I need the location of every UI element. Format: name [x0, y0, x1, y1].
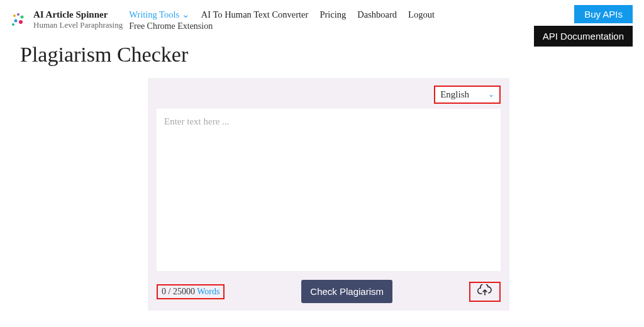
tool-container: English ⌄ 0 / 25000 Words Check Plagiari…: [148, 78, 509, 311]
svg-point-0: [13, 14, 16, 17]
nav-ai-to-human[interactable]: AI To Human Text Converter: [201, 9, 309, 20]
svg-point-4: [14, 19, 18, 23]
buy-apis-button[interactable]: Buy APIs: [574, 5, 633, 23]
language-select[interactable]: English ⌄: [434, 86, 501, 104]
nav-logout[interactable]: Logout: [408, 9, 435, 20]
svg-point-2: [21, 16, 24, 19]
nav-writing-tools[interactable]: Writing Tools ⌄: [129, 9, 190, 20]
word-count-value: 0 / 25000: [162, 287, 195, 296]
nav-primary: Writing Tools ⌄ AI To Human Text Convert…: [129, 9, 435, 20]
tool-footer: 0 / 25000 Words Check Plagiarism: [157, 280, 501, 303]
word-count: 0 / 25000 Words: [157, 284, 225, 299]
nav: Writing Tools ⌄ AI To Human Text Convert…: [129, 9, 435, 31]
text-input[interactable]: [157, 109, 501, 271]
header-cta: Buy APIs API Documentation: [534, 5, 633, 47]
api-docs-button[interactable]: API Documentation: [534, 26, 633, 47]
chevron-down-icon: ⌄: [182, 9, 190, 19]
language-value: English: [440, 89, 469, 100]
brand-text: AI Article Spinner Human Level Paraphras…: [33, 9, 123, 30]
word-count-label: Words: [197, 287, 219, 296]
language-row: English ⌄: [157, 86, 501, 104]
logo-block: AI Article Spinner Human Level Paraphras…: [9, 9, 123, 30]
brand-subtitle: Human Level Paraphrasing: [33, 20, 123, 30]
chevron-down-icon: ⌄: [488, 90, 494, 99]
svg-point-1: [17, 13, 19, 16]
header: AI Article Spinner Human Level Paraphras…: [0, 0, 644, 31]
check-plagiarism-button[interactable]: Check Plagiarism: [301, 280, 392, 303]
svg-point-3: [19, 20, 23, 24]
upload-button[interactable]: [469, 282, 501, 302]
nav-pricing[interactable]: Pricing: [319, 9, 346, 20]
brand-title: AI Article Spinner: [33, 9, 123, 20]
nav-secondary[interactable]: Free Chrome Extension: [129, 21, 435, 31]
svg-point-5: [12, 23, 14, 26]
nav-dashboard[interactable]: Dashboard: [357, 9, 397, 20]
cloud-upload-icon: [477, 284, 493, 299]
logo-icon: [9, 11, 28, 30]
